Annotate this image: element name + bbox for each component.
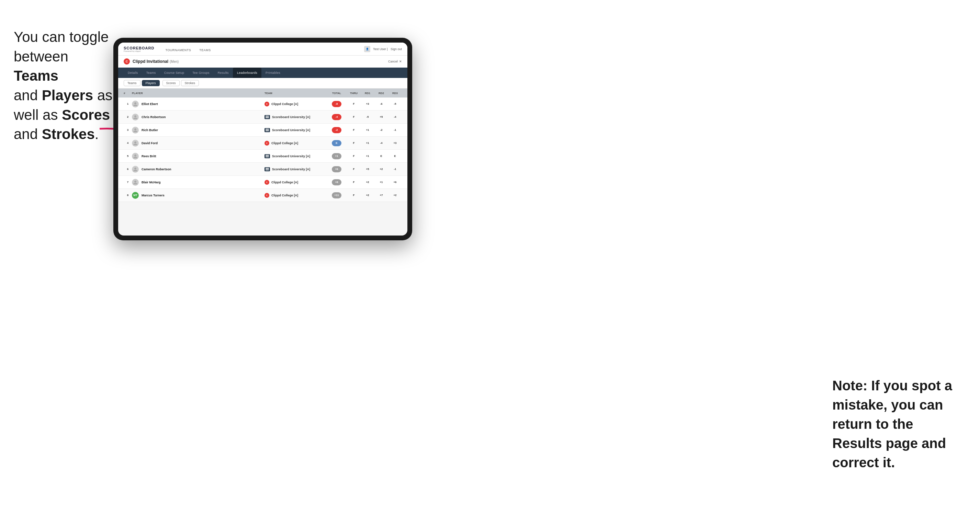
tournament-header: C Clippd Invitational (Men) Cancel ✕: [118, 56, 407, 68]
player-cell: David Ford: [132, 140, 264, 147]
nav-right: 👤 Test User | Sign out: [364, 46, 402, 52]
nav-tournaments[interactable]: TOURNAMENTS: [161, 48, 195, 55]
rank-cell: 2: [124, 115, 132, 119]
avatar: [132, 101, 139, 108]
table-row[interactable]: 3Rich ButlerScoreboard University [A]-2F…: [118, 124, 407, 137]
player-cell: Elliot Ebert: [132, 101, 264, 108]
logo-main: SCOREBOARD: [124, 46, 154, 50]
signout-link[interactable]: Sign out: [391, 48, 402, 51]
header-player: PLAYER: [132, 92, 264, 95]
player-name: Chris Robertson: [142, 115, 166, 119]
close-icon: ✕: [399, 60, 402, 63]
players-bold: Players: [42, 87, 93, 103]
thru-cell: F: [347, 194, 361, 197]
svg-point-5: [134, 154, 136, 157]
tab-leaderboards[interactable]: Leaderboards: [233, 68, 261, 78]
subtab-players[interactable]: Players: [142, 80, 160, 86]
team-icon: [264, 128, 270, 132]
left-annotation: You can togglebetween Teamsand Players a…: [14, 27, 117, 144]
rank-cell: 8: [124, 194, 132, 197]
player-cell: Rich Butler: [132, 127, 264, 133]
rd2-cell: -2: [374, 129, 388, 132]
cancel-button[interactable]: Cancel ✕: [388, 60, 402, 63]
rd3-cell: E: [388, 154, 402, 157]
avatar: MT: [132, 192, 139, 199]
rd2-cell: E: [374, 154, 388, 157]
subtab-teams[interactable]: Teams: [124, 80, 140, 86]
team-logo: C: [264, 193, 269, 198]
total-cell: -4: [326, 114, 347, 120]
rd3-cell: +6: [388, 181, 402, 184]
nav-teams[interactable]: TEAMS: [195, 48, 215, 55]
table-row[interactable]: 1Elliot EbertCClippd College [A]-8F+3-6-…: [118, 97, 407, 111]
rd3-cell: -4: [388, 115, 402, 119]
subtab-strokes[interactable]: Strokes: [181, 80, 199, 86]
header-rd3: RD3: [388, 92, 402, 95]
nav-links: TOURNAMENTS TEAMS: [161, 43, 215, 55]
svg-point-3: [134, 129, 136, 130]
thru-cell: F: [347, 115, 361, 119]
table-row[interactable]: 5Rees BrittScoreboard University [A]+1F+…: [118, 150, 407, 163]
tab-results[interactable]: Results: [214, 68, 233, 78]
tournament-subtitle: (Men): [170, 60, 179, 63]
team-name: Clippd College [A]: [271, 181, 298, 184]
logo-sub: Powered by clippd: [124, 50, 154, 52]
rd1-cell: +1: [361, 129, 374, 132]
team-cell: CClippd College [A]: [264, 180, 326, 185]
table-header: # PLAYER TEAM TOTAL THRU RD1 RD2 RD3: [118, 89, 407, 97]
strokes-bold: Strokes: [42, 126, 95, 142]
table-row[interactable]: 6Cameron RobertsonScoreboard University …: [118, 163, 407, 176]
player-name: Blair McHarg: [142, 181, 161, 184]
table-row[interactable]: 4David FordCClippd College [A]EF+1-4+3: [118, 137, 407, 150]
rd2-cell: +5: [374, 115, 388, 119]
tab-tee-groups[interactable]: Tee Groups: [188, 68, 214, 78]
rd3-cell: +2: [388, 194, 402, 197]
rd1-cell: -5: [361, 115, 374, 119]
user-label: Test User |: [373, 48, 388, 51]
total-cell: +11: [326, 192, 347, 198]
team-name: Scoreboard University [A]: [272, 154, 310, 158]
total-cell: -2: [326, 127, 347, 133]
rd2-cell: +7: [374, 194, 388, 197]
avatar: [132, 166, 139, 173]
rd1-cell: +5: [361, 168, 374, 171]
thru-cell: F: [347, 102, 361, 105]
score-badge: +11: [332, 192, 341, 198]
tab-details[interactable]: Details: [124, 68, 142, 78]
tab-printables[interactable]: Printables: [261, 68, 285, 78]
annotation-line1: You can togglebetween Teamsand Players a…: [14, 29, 112, 142]
tab-bar: Details Teams Course Setup Tee Groups Re…: [118, 68, 407, 78]
avatar: [132, 179, 139, 186]
team-icon: [264, 154, 270, 158]
team-cell: Scoreboard University [A]: [264, 115, 326, 119]
rank-cell: 3: [124, 129, 132, 132]
rd1-cell: +1: [361, 141, 374, 144]
rd2-cell: +1: [374, 181, 388, 184]
thru-cell: F: [347, 154, 361, 157]
player-name: Rees Britt: [142, 154, 156, 158]
team-icon: [264, 167, 270, 171]
team-name: Scoreboard University [A]: [272, 129, 310, 132]
subtab-scores[interactable]: Scores: [162, 80, 180, 86]
subtab-bar: Teams Players Scores Strokes: [118, 78, 407, 89]
player-name: Rich Butler: [142, 129, 158, 132]
player-cell: MTMarcus Turners: [132, 192, 264, 199]
rd2-cell: -4: [374, 141, 388, 144]
header-rank: #: [124, 92, 132, 95]
table-row[interactable]: 8MTMarcus TurnersCClippd College [A]+11F…: [118, 189, 407, 202]
total-cell: +6: [326, 166, 347, 172]
avatar: [132, 140, 139, 147]
table-row[interactable]: 7Blair McHargCClippd College [A]+8F+2+1+…: [118, 176, 407, 189]
table-body: 1Elliot EbertCClippd College [A]-8F+3-6-…: [118, 97, 407, 235]
total-cell: -8: [326, 101, 347, 107]
rd3-cell: -5: [388, 102, 402, 105]
tab-teams[interactable]: Teams: [142, 68, 160, 78]
score-badge: E: [332, 140, 341, 146]
team-name: Clippd College [A]: [271, 141, 298, 145]
tab-course-setup[interactable]: Course Setup: [160, 68, 189, 78]
table-row[interactable]: 2Chris RobertsonScoreboard University [A…: [118, 111, 407, 124]
rd3-cell: +3: [388, 141, 402, 144]
rd2-cell: +2: [374, 168, 388, 171]
thru-cell: F: [347, 168, 361, 171]
player-cell: Blair McHarg: [132, 179, 264, 186]
